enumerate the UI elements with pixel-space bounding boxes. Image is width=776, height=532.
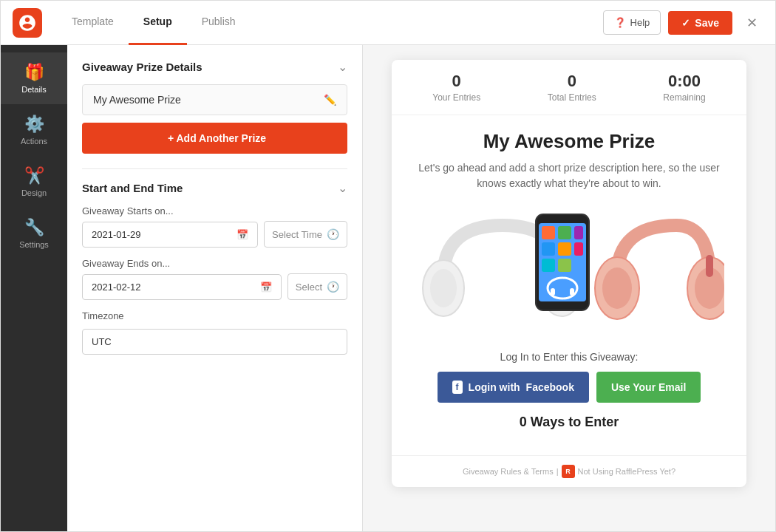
- facebook-icon: f: [452, 381, 463, 394]
- svg-rect-7: [558, 226, 571, 239]
- starts-time-select[interactable]: Select Time 🕐: [264, 221, 347, 248]
- starts-date-input[interactable]: 2021-01-29 📅: [82, 222, 258, 248]
- footer-cta-link[interactable]: Not Using RafflePress Yet?: [578, 467, 675, 476]
- prize-section-title: Giveaway Prize Details: [82, 61, 202, 73]
- tab-setup[interactable]: Setup: [129, 1, 187, 45]
- help-button[interactable]: ❓ Help: [603, 10, 661, 35]
- starts-time-label: Select Time: [272, 229, 322, 240]
- remaining-stat: 0:00 Remaining: [663, 72, 705, 103]
- ends-time-select[interactable]: Select 🕐: [287, 273, 347, 300]
- footer-separator: |: [557, 467, 559, 476]
- prize-item: My Awesome Prize ✏️: [82, 84, 347, 115]
- actions-icon: ⚙️: [24, 115, 44, 134]
- login-buttons: f Login with Facebook Use Your Email: [414, 372, 724, 403]
- preview-content: My Awesome Prize Let's go ahead and add …: [392, 115, 746, 455]
- top-bar: Template Setup Publish ❓ Help ✓ Save ✕: [1, 1, 775, 45]
- design-icon: ✂️: [24, 166, 44, 185]
- prize-name: My Awesome Prize: [93, 94, 181, 106]
- add-prize-button[interactable]: + Add Another Prize: [82, 123, 347, 154]
- sidebar-item-details[interactable]: 🎁 Details: [1, 52, 67, 104]
- section-divider: [82, 168, 347, 169]
- stats-row: 0 Your Entries 0 Total Entries 0:00 Rema…: [392, 60, 746, 115]
- starts-date-value: 2021-01-29: [92, 229, 141, 240]
- preview-card: 0 Your Entries 0 Total Entries 0:00 Rema…: [392, 60, 746, 487]
- right-panel: 0 Your Entries 0 Total Entries 0:00 Rema…: [363, 45, 775, 531]
- login-facebook-button[interactable]: f Login with Facebook: [438, 372, 589, 403]
- headphones-svg: [414, 203, 724, 351]
- sidebar-item-settings[interactable]: 🔧 Settings: [1, 208, 67, 259]
- gift-icon: 🎁: [24, 63, 44, 82]
- svg-point-18: [602, 267, 632, 309]
- svg-rect-8: [574, 226, 583, 239]
- ways-to-enter: 0 Ways to Enter: [414, 415, 724, 430]
- ends-calendar-icon: 📅: [260, 282, 272, 293]
- details-label: Details: [21, 85, 47, 94]
- design-label: Design: [21, 188, 47, 197]
- ends-date-input[interactable]: 2021-02-12 📅: [82, 274, 282, 300]
- preview-prize-title: My Awesome Prize: [414, 130, 724, 153]
- login-email-button[interactable]: Use Your Email: [596, 372, 701, 403]
- svg-rect-11: [574, 242, 583, 256]
- svg-rect-10: [558, 242, 571, 256]
- ends-time-icon: 🕐: [327, 281, 339, 293]
- actions-label: Actions: [21, 137, 47, 146]
- starts-date-row: 2021-01-29 📅 Select Time 🕐: [82, 221, 347, 248]
- preview-footer: Giveaway Rules & Terms | R Not Using Raf…: [392, 455, 746, 487]
- svg-rect-9: [542, 242, 555, 256]
- total-entries-label: Total Entries: [548, 92, 596, 103]
- starts-label: Giveaway Starts on...: [82, 205, 347, 216]
- footer-rules-link[interactable]: Giveaway Rules & Terms: [463, 467, 554, 476]
- close-button[interactable]: ✕: [740, 11, 763, 35]
- remaining-label: Remaining: [663, 92, 705, 103]
- your-entries-label: Your Entries: [432, 92, 480, 103]
- left-panel: Giveaway Prize Details ⌄ My Awesome Priz…: [67, 45, 363, 531]
- login-prompt: Log In to Enter this Giveaway:: [414, 351, 724, 363]
- footer-logo: R: [562, 465, 575, 478]
- ends-label: Giveaway Ends on...: [82, 258, 347, 269]
- question-icon: ❓: [614, 17, 626, 28]
- starts-time-icon: 🕐: [327, 228, 339, 240]
- svg-rect-13: [558, 259, 571, 272]
- your-entries-value: 0: [452, 72, 461, 91]
- ends-time-label: Select: [296, 282, 322, 293]
- ends-date-value: 2021-02-12: [92, 282, 141, 293]
- svg-rect-6: [542, 226, 555, 239]
- prize-chevron-icon: ⌄: [338, 60, 347, 74]
- save-button[interactable]: ✓ Save: [668, 11, 732, 35]
- top-actions: ❓ Help ✓ Save ✕: [603, 10, 763, 35]
- remaining-value: 0:00: [668, 72, 701, 91]
- check-icon: ✓: [681, 17, 690, 29]
- svg-rect-16: [570, 288, 574, 296]
- total-entries-stat: 0 Total Entries: [548, 72, 596, 103]
- sidebar-item-actions[interactable]: ⚙️ Actions: [1, 104, 67, 156]
- prize-section-header: Giveaway Prize Details ⌄: [82, 60, 347, 74]
- help-label: Help: [630, 17, 650, 28]
- sidebar: 🎁 Details ⚙️ Actions ✂️ Design 🔧 Setting…: [1, 45, 67, 531]
- time-section-title: Start and End Time: [82, 182, 183, 194]
- main-layout: 🎁 Details ⚙️ Actions ✂️ Design 🔧 Setting…: [1, 45, 775, 531]
- tab-publish[interactable]: Publish: [187, 1, 251, 45]
- headphones-image: [414, 203, 724, 351]
- svg-rect-21: [706, 255, 713, 277]
- your-entries-stat: 0 Your Entries: [432, 72, 480, 103]
- svg-point-1: [430, 269, 457, 307]
- facebook-text: Facebook: [526, 381, 574, 393]
- logo-icon: [18, 13, 37, 33]
- logo: [13, 8, 42, 38]
- total-entries-value: 0: [568, 72, 576, 91]
- preview-prize-desc: Let's go ahead and add a short prize des…: [414, 160, 724, 191]
- nav-tabs: Template Setup Publish: [57, 1, 603, 45]
- time-section-header: Start and End Time ⌄: [82, 181, 347, 195]
- tab-template[interactable]: Template: [57, 1, 129, 45]
- sidebar-item-design[interactable]: ✂️ Design: [1, 156, 67, 208]
- edit-icon[interactable]: ✏️: [324, 94, 336, 106]
- svg-rect-12: [542, 259, 555, 272]
- settings-label: Settings: [19, 240, 49, 249]
- starts-calendar-icon: 📅: [236, 229, 248, 240]
- settings-icon: 🔧: [24, 218, 44, 237]
- ends-date-row: 2021-02-12 📅 Select 🕐: [82, 273, 347, 300]
- timezone-label: Timezone: [82, 310, 347, 321]
- svg-rect-15: [551, 288, 555, 296]
- time-chevron-icon: ⌄: [338, 181, 347, 195]
- timezone-select[interactable]: UTC: [82, 329, 347, 355]
